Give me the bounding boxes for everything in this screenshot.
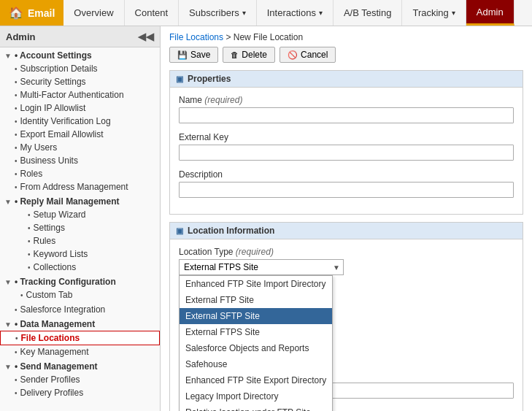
cancel-icon: 🚫 xyxy=(288,50,298,60)
sidebar-sub-item-setup-wizard[interactable]: •Setup Wizard xyxy=(7,208,160,221)
location-type-select-wrapper: Enhanced FTP Site Import DirectoryExtern… xyxy=(179,259,344,275)
item-label: Identity Verification Log xyxy=(20,116,111,126)
sidebar-item-salesforce-integration[interactable]: •Salesforce Integration xyxy=(0,303,160,316)
sidebar-item-export-email-allowlist[interactable]: •Export Email Allowlist xyxy=(0,128,160,141)
sidebar-group-header-tracking-config[interactable]: ▼• Tracking Configuration xyxy=(0,275,160,288)
sidebar-item-business-units[interactable]: •Business Units xyxy=(0,154,160,167)
sidebar-sub-item-collections[interactable]: •Collections xyxy=(7,261,160,274)
group-label: • Tracking Configuration xyxy=(15,277,116,287)
bullet-icon: • xyxy=(28,250,31,258)
name-label: Name (required) xyxy=(179,95,514,105)
external-key-input[interactable] xyxy=(179,145,514,161)
item-label: Subscription Details xyxy=(20,64,98,74)
sidebar-sub-item-rules[interactable]: •Rules xyxy=(7,234,160,247)
item-label: Keyword Lists xyxy=(34,249,88,259)
cancel-button[interactable]: 🚫 Cancel xyxy=(280,47,336,63)
sidebar-header: Admin ◀◀ xyxy=(0,26,160,47)
bullet-icon: • xyxy=(15,306,18,314)
sidebar-item-file-locations[interactable]: •File Locations xyxy=(0,331,160,345)
sidebar-group-data-management: ▼• Data Management•File Locations•Key Ma… xyxy=(0,318,160,358)
item-label: Salesforce Integration xyxy=(20,304,106,315)
sidebar-sub-item-keyword-lists[interactable]: •Keyword Lists xyxy=(7,247,160,261)
dropdown-option-external-sftp-site[interactable]: External SFTP Site xyxy=(180,308,332,324)
sidebar-sub-item-settings[interactable]: •Settings xyxy=(7,221,160,234)
breadcrumb-parent[interactable]: File Locations xyxy=(169,32,223,42)
dropdown-option-enhanced-ftp-site-export-directory[interactable]: Enhanced FTP Site Export Directory xyxy=(180,372,332,388)
cancel-label: Cancel xyxy=(301,50,328,60)
location-info-title: Location Information xyxy=(188,226,274,236)
dropdown-option-external-ftp-site[interactable]: External FTP Site xyxy=(180,292,332,308)
sidebar-group-send-management: ▼• Send Management•Sender Profiles•Deliv… xyxy=(0,360,160,399)
sidebar-item-delivery-profiles[interactable]: •Delivery Profiles xyxy=(0,386,160,399)
dropdown-option-external-ftps-site[interactable]: External FTPS Site xyxy=(180,324,332,340)
main-layout: Admin ◀◀ ▼• Account Settings•Subscriptio… xyxy=(0,26,532,411)
sidebar-sub-item-custom-tab[interactable]: •Custom Tab xyxy=(0,288,160,301)
sidebar-item-key-management[interactable]: •Key Management xyxy=(0,345,160,358)
dropdown-option-safehouse[interactable]: Safehouse xyxy=(180,356,332,372)
external-key-field: External Key xyxy=(179,132,514,161)
brand-label: Email xyxy=(28,7,55,19)
item-label: Settings xyxy=(34,223,65,233)
dropdown-option-enhanced-ftp-site-import-directory[interactable]: Enhanced FTP Site Import Directory xyxy=(180,276,332,292)
save-button[interactable]: 💾 Save xyxy=(169,47,218,63)
nav-item-tracking[interactable]: Tracking▾ xyxy=(402,0,466,26)
bullet-icon: • xyxy=(15,334,18,342)
sidebar-item-security-settings[interactable]: •Security Settings xyxy=(0,75,160,88)
group-label: • Data Management xyxy=(15,319,95,329)
dropdown-option-relative-location-under-ftp-site[interactable]: Relative location under FTP Site xyxy=(180,404,332,411)
dropdown-option-salesforce-objects-and-reports[interactable]: Salesforce Objects and Reports xyxy=(180,340,332,356)
item-label: From Address Management xyxy=(20,182,128,192)
properties-section: ▣ Properties Name (required) External Ke… xyxy=(169,70,523,215)
sidebar-item-multi-factor-authentication[interactable]: •Multi-Factor Authentication xyxy=(0,88,160,101)
nav-item-admin[interactable]: Admin xyxy=(466,0,514,26)
nav-arrow-icon: ▾ xyxy=(319,9,323,17)
nav-item-overview[interactable]: Overview xyxy=(63,0,124,26)
bullet-icon: • xyxy=(15,104,18,112)
save-label: Save xyxy=(190,50,210,60)
nav-item-ab-testing[interactable]: A/B Testing xyxy=(334,0,403,26)
description-input[interactable] xyxy=(179,182,514,198)
delete-label: Delete xyxy=(242,50,267,60)
sidebar-item-roles[interactable]: •Roles xyxy=(0,167,160,180)
sidebar-group-salesforce: •Salesforce Integration xyxy=(0,303,160,316)
item-label: Security Settings xyxy=(20,77,86,87)
sidebar-sub-reply-mail: •Setup Wizard•Settings•Rules•Keyword Lis… xyxy=(0,208,160,274)
main-content: File Locations > New File Location 💾 Sav… xyxy=(161,26,532,411)
nav-arrow-icon: ▾ xyxy=(242,9,246,17)
item-label: My Users xyxy=(20,142,58,153)
sidebar: Admin ◀◀ ▼• Account Settings•Subscriptio… xyxy=(0,26,161,411)
sidebar-group-header-account-settings[interactable]: ▼• Account Settings xyxy=(0,49,160,62)
sidebar-group-header-reply-mail[interactable]: ▼• Reply Mail Management xyxy=(0,195,160,208)
sidebar-item-sender-profiles[interactable]: •Sender Profiles xyxy=(0,373,160,386)
group-label: • Reply Mail Management xyxy=(15,196,120,207)
nav-item-content[interactable]: Content xyxy=(125,0,180,26)
sidebar-item-subscription-details[interactable]: •Subscription Details xyxy=(0,62,160,75)
bullet-icon: • xyxy=(15,157,18,165)
sidebar-group-tracking-config: ▼• Tracking Configuration•Custom Tab xyxy=(0,275,160,301)
location-type-select[interactable]: Enhanced FTP Site Import DirectoryExtern… xyxy=(179,259,344,275)
bullet-icon: • xyxy=(15,78,18,86)
sidebar-group-header-data-management[interactable]: ▼• Data Management xyxy=(0,318,160,331)
description-field: Description xyxy=(179,169,514,198)
dropdown-option-legacy-import-directory[interactable]: Legacy Import Directory xyxy=(180,388,332,404)
sidebar-item-identity-verification-log[interactable]: •Identity Verification Log xyxy=(0,115,160,128)
group-label: • Send Management xyxy=(15,361,98,372)
delete-button[interactable]: 🗑 Delete xyxy=(223,47,275,63)
sidebar-collapse-btn[interactable]: ◀◀ xyxy=(138,31,154,42)
nav-item-subscribers[interactable]: Subscribers▾ xyxy=(179,0,257,26)
sidebar-item-login-ip-allowlist[interactable]: •Login IP Allowlist xyxy=(0,101,160,115)
top-navigation: 🏠 Email OverviewContentSubscribers▾Inter… xyxy=(0,0,532,26)
sidebar-item-my-users[interactable]: •My Users xyxy=(0,141,160,154)
sidebar-title: Admin xyxy=(6,31,35,42)
location-type-dropdown: Enhanced FTP Site Import DirectoryExtern… xyxy=(179,275,333,411)
sidebar-group-header-send-management[interactable]: ▼• Send Management xyxy=(0,360,160,373)
item-label: Rules xyxy=(34,236,56,246)
external-key-label: External Key xyxy=(179,132,514,142)
nav-arrow-icon: ▾ xyxy=(452,9,455,17)
item-label: Key Management xyxy=(20,347,89,357)
location-info-section: ▣ Location Information Location Type (re… xyxy=(169,222,523,411)
name-input[interactable] xyxy=(179,107,514,123)
sidebar-item-from-address-management[interactable]: •From Address Management xyxy=(0,180,160,193)
nav-item-interactions[interactable]: Interactions▾ xyxy=(257,0,334,26)
bullet-icon: • xyxy=(28,264,31,272)
